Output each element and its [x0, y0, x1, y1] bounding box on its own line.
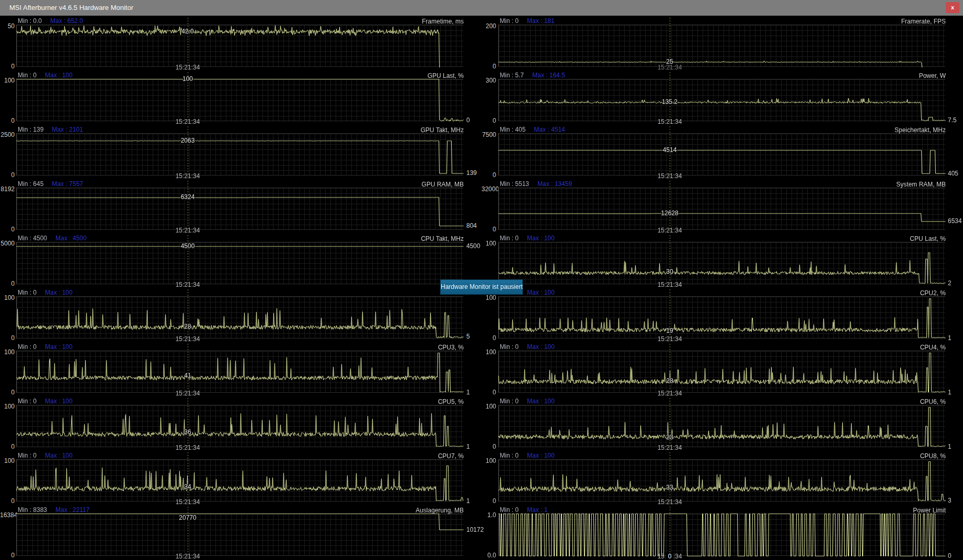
metric-label: Speichertakt, MHz [895, 127, 946, 133]
graph-plot[interactable]: Min : 5513Max : 13459System RAM, MB15:21… [498, 180, 946, 234]
current-value-label: 3 [948, 497, 963, 504]
paused-tooltip: Hardware Monitor ist pausiert [440, 279, 523, 295]
time-marker-line [188, 126, 188, 179]
monitor-panel: 81920Min : 645Max : 7557GPU RAM, MB15:21… [0, 180, 482, 234]
graph-plot[interactable]: Min : 139Max : 2101GPU Takt, MHz15:21:34… [16, 125, 464, 180]
min-readout: Min : 0 [18, 72, 37, 79]
marker-value-label: 135.2 [662, 99, 678, 105]
axis-min-label: 0 [482, 63, 496, 69]
max-readout: Max : 100 [527, 235, 555, 242]
metric-label: GPU Last, % [428, 73, 464, 79]
current-value-label: 2 [948, 280, 963, 286]
max-readout: Max : 100 [45, 452, 73, 459]
current-value-label: 10172 [466, 527, 482, 533]
axis-min-label: 0 [482, 118, 496, 124]
max-readout: Max : 100 [45, 289, 73, 296]
graph-plot[interactable]: Min : 0Max : 10015:21:3428 [16, 288, 464, 343]
min-readout: Min : 0 [500, 235, 519, 242]
monitor-panel: 1000Min : 0Max : 10015:21:34285 [0, 288, 482, 343]
graph-series-canvas [498, 125, 946, 180]
axis-max-label: 100 [0, 295, 15, 301]
axis-min-label: 0 [482, 498, 496, 504]
max-readout: Max : 100 [527, 343, 555, 351]
close-button[interactable]: x [946, 2, 959, 13]
graph-series-canvas [498, 234, 946, 288]
min-readout: Min : 5513 [500, 180, 529, 188]
marker-time-label: 15:21:34 [658, 119, 682, 125]
graph-series-canvas [498, 397, 946, 451]
minmax-readout: Min : 0Max : 100 [500, 235, 555, 241]
minmax-readout: Min : 405Max : 4514 [500, 126, 565, 133]
metric-label: Auslagerung, MB [416, 507, 464, 514]
graph-plot[interactable]: Min : 645Max : 7557GPU RAM, MB15:21:3463… [16, 180, 464, 234]
minmax-readout: Min : 0.0Max : 652.0 [18, 18, 83, 24]
axis-max-label: 100 [482, 458, 496, 464]
metric-label: CPU3, % [438, 344, 464, 351]
axis-min-label: 0 [482, 444, 496, 450]
metric-label: GPU Takt, MHz [421, 127, 464, 133]
minmax-readout: Min : 0Max : 100 [500, 344, 555, 350]
graph-plot[interactable]: Min : 0Max : 100CPU3, %15:21:3441 [16, 343, 464, 397]
minmax-readout: Min : 5513Max : 13459 [500, 181, 572, 187]
graph-plot[interactable]: Min : 0Max : 100CPU4, %15:21:3428 [498, 343, 946, 397]
minmax-readout: Min : 5.7Max : 164.5 [500, 72, 565, 78]
graph-series-canvas [498, 180, 946, 234]
max-readout: Max : 1 [527, 506, 547, 514]
axis-min-label: 0 [0, 498, 15, 504]
window-title-bar[interactable]: MSI Afterburner v4.6.5 Hardware Monitor … [0, 0, 963, 16]
min-readout: Min : 645 [18, 180, 43, 188]
marker-value-label: 34 [184, 484, 191, 490]
minmax-readout: Min : 0Max : 100 [18, 72, 73, 78]
graph-series-canvas [16, 180, 464, 234]
graph-series-canvas [498, 288, 946, 343]
graph-plot[interactable]: Min : 5.7Max : 164.5Power, W15:21:34135.… [498, 71, 946, 125]
time-marker-line [188, 181, 188, 233]
graph-plot[interactable]: Min : 0Max : 100CPU5, %15:21:3436 [16, 397, 464, 451]
marker-time-label: 15:21:34 [176, 390, 200, 396]
metric-label: CPU Takt, MHz [421, 236, 464, 242]
axis-max-label: 7500 [482, 132, 496, 138]
graph-plot[interactable]: Min : 405Max : 4514Speichertakt, MHz15:2… [498, 125, 946, 180]
monitor-panel: 1000Min : 0Max : 100CPU4, %15:21:34281 [482, 343, 963, 397]
min-readout: Min : 5.7 [500, 72, 524, 79]
minmax-readout: Min : 4500Max : 4500 [18, 235, 86, 241]
marker-value-label: 36 [184, 429, 191, 435]
marker-value-box: 0 [666, 553, 674, 560]
marker-time-label: 15:21:34 [176, 227, 200, 234]
graph-plot[interactable]: Min : 0Max : 100GPU Last, %15:21:34100 [16, 71, 464, 125]
max-readout: Max : 100 [527, 289, 555, 296]
axis-min-label: 0 [0, 389, 15, 395]
axis-max-label: 100 [482, 403, 496, 410]
graph-plot[interactable]: Min : 0Max : 100CPU7, %15:21:3434 [16, 451, 464, 506]
graph-plot[interactable]: Min : 8383Max : 22117Auslagerung, MB15:2… [16, 506, 464, 560]
graph-plot[interactable]: Min : 0Max : 100CPU6, %15:21:3423 [498, 397, 946, 451]
current-value-label: 5 [466, 333, 482, 340]
min-readout: Min : 0 [500, 17, 519, 25]
graph-plot[interactable]: Min : 4500Max : 4500CPU Takt, MHz15:21:3… [16, 234, 464, 288]
axis-max-label: 8192 [0, 186, 15, 192]
current-value-label: 1 [948, 389, 963, 395]
monitor-panel: 1000Min : 0Max : 100GPU Last, %15:21:341… [0, 71, 482, 125]
marker-value-label: 100 [182, 76, 193, 82]
graph-plot[interactable]: Min : 0Max : 100CPU2, %15:21:3419 [498, 288, 946, 343]
graph-plot[interactable]: Min : 0.0Max : 652.0Frametime, ms15:21:3… [16, 17, 464, 71]
graph-plot[interactable]: Min : 0Max : 1Power Limit15:21:340 [498, 506, 946, 560]
marker-value-label: 4500 [181, 243, 195, 249]
current-value-label: 405 [948, 170, 963, 177]
marker-value-label: 6324 [181, 194, 195, 200]
current-value-label: 139 [466, 170, 482, 176]
marker-value-label: 33 [666, 484, 673, 491]
graph-series-canvas [498, 343, 946, 397]
monitor-panel: 3000Min : 5.7Max : 164.5Power, W15:21:34… [482, 71, 963, 125]
graph-series-canvas [498, 17, 946, 71]
graph-plot[interactable]: Min : 0Max : 181Framerate, FPS15:21:3425 [498, 17, 946, 71]
marker-value-label: 25 [666, 59, 673, 65]
marker-time-label: 15:21:34 [658, 227, 682, 234]
max-readout: Max : 4514 [534, 126, 565, 133]
graph-plot[interactable]: Min : 0Max : 100CPU Last, %15:21:3430 [498, 234, 946, 288]
monitor-panel: 50000Min : 4500Max : 4500CPU Takt, MHz15… [0, 234, 482, 288]
min-readout: Min : 8383 [18, 506, 47, 514]
graph-plot[interactable]: Min : 0Max : 100CPU8, %15:21:3433 [498, 451, 946, 506]
marker-time-label: 15:21:34 [176, 499, 200, 505]
monitor-panel: 25000Min : 139Max : 2101GPU Takt, MHz15:… [0, 125, 482, 180]
